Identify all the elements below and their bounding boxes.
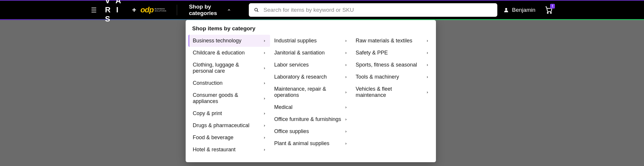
logo-odp-subtext: BUSINESS SOLUTIONS	[155, 8, 166, 12]
category-label: Tools & machinery	[356, 74, 399, 80]
category-tools-machinery[interactable]: Tools & machinery	[352, 71, 433, 83]
category-label: Copy & print	[193, 110, 222, 117]
category-business-technology[interactable]: Business technology	[189, 35, 270, 47]
header-bar: V A R I S + odp BUSINESS SOLUTIONS Shop …	[0, 1, 644, 19]
user-section: Benjamin !	[503, 6, 644, 14]
chevron-right-icon	[344, 62, 347, 68]
category-office-supplies[interactable]: Office supplies	[270, 125, 352, 137]
chevron-right-icon	[344, 140, 347, 147]
chevron-right-icon	[263, 147, 266, 153]
category-food-beverage[interactable]: Food & beverage	[189, 132, 270, 144]
chevron-right-icon	[263, 135, 266, 141]
category-sports-fitness-seasonal[interactable]: Sports, fitness & seasonal	[352, 59, 433, 71]
category-label: Construction	[193, 80, 223, 86]
category-clothing-luggage-personal-care[interactable]: Clothing, luggage & personal care	[189, 59, 270, 77]
svg-point-4	[550, 12, 551, 13]
mega-menu-title: Shop items by category	[186, 25, 436, 35]
category-labor-services[interactable]: Labor services	[270, 59, 352, 71]
category-industrial-supplies[interactable]: Industrial supplies	[270, 35, 352, 47]
mega-column-3: Raw materials & textiles Safety & PPE Sp…	[352, 35, 433, 156]
logo-odp: odp BUSINESS SOLUTIONS	[140, 5, 166, 14]
svg-point-3	[547, 12, 548, 13]
chevron-right-icon	[263, 80, 266, 86]
chevron-right-icon	[344, 89, 347, 95]
categories-mega-menu: Shop items by category Business technolo…	[186, 20, 436, 162]
search-wrapper	[249, 3, 497, 17]
category-vehicles-fleet-maintenance[interactable]: Vehicles & fleet maintenance	[352, 83, 433, 101]
category-childcare-education[interactable]: Childcare & education	[189, 47, 270, 59]
search-input[interactable]	[264, 7, 492, 13]
chevron-right-icon	[263, 50, 266, 56]
category-label: Raw materials & textiles	[356, 38, 412, 44]
category-label: Food & beverage	[193, 135, 233, 141]
chevron-up-icon	[227, 8, 231, 12]
category-label: Office furniture & furnishings	[274, 116, 341, 122]
shop-by-categories-button[interactable]: Shop by categories	[185, 4, 235, 16]
category-raw-materials-textiles[interactable]: Raw materials & textiles	[352, 35, 433, 47]
category-label: Childcare & education	[193, 50, 245, 56]
svg-line-1	[257, 11, 258, 12]
chevron-right-icon	[344, 38, 347, 44]
user-account-button[interactable]: Benjamin	[503, 7, 535, 13]
user-icon	[503, 7, 509, 13]
search-icon	[254, 8, 259, 12]
svg-point-2	[505, 8, 507, 10]
chevron-right-icon	[263, 65, 266, 71]
category-medical[interactable]: Medical	[270, 101, 352, 113]
search-bar[interactable]	[249, 3, 497, 17]
chevron-right-icon	[426, 74, 429, 80]
chevron-right-icon	[263, 122, 266, 129]
chevron-right-icon	[426, 62, 429, 68]
category-maintenance-repair-operations[interactable]: Maintenance, repair & operations	[270, 83, 352, 101]
category-laboratory-research[interactable]: Laboratory & research	[270, 71, 352, 83]
chevron-right-icon	[263, 95, 266, 102]
category-label: Office supplies	[274, 128, 309, 135]
category-drugs-pharmaceutical[interactable]: Drugs & pharmaceutical	[189, 119, 270, 132]
svg-point-0	[255, 8, 257, 11]
category-safety-ppe[interactable]: Safety & PPE	[352, 47, 433, 59]
mega-column-2: Industrial supplies Janitorial & santiat…	[270, 35, 352, 156]
category-hotel-restaurant[interactable]: Hotel & restaurant	[189, 144, 270, 156]
category-label: Medical	[274, 104, 292, 110]
category-label: Sports, fitness & seasonal	[356, 62, 417, 68]
category-label: Janitorial & santiation	[274, 50, 325, 56]
logo-group[interactable]: V A R I S + odp BUSINESS SOLUTIONS	[105, 0, 166, 24]
category-consumer-goods-appliances[interactable]: Consumer goods & appliances	[189, 89, 270, 107]
logo-varis: V A R I S	[105, 0, 128, 24]
chevron-right-icon	[426, 89, 429, 95]
category-construction[interactable]: Construction	[189, 77, 270, 89]
user-name-label: Benjamin	[512, 7, 535, 13]
category-label: Business technology	[193, 38, 241, 44]
chevron-right-icon	[426, 38, 429, 44]
category-label: Vehicles & fleet maintenance	[356, 86, 424, 98]
category-copy-print[interactable]: Copy & print	[189, 107, 270, 119]
logo-odp-text: odp	[140, 5, 154, 14]
category-label: Laboratory & research	[274, 74, 327, 80]
category-label: Clothing, luggage & personal care	[193, 62, 261, 74]
category-label: Drugs & pharmaceutical	[193, 122, 249, 129]
category-janitorial-sanitation[interactable]: Janitorial & santiation	[270, 47, 352, 59]
category-plant-animal-supplies[interactable]: Plant & animal supplies	[270, 137, 352, 150]
hamburger-menu-button[interactable]	[91, 8, 96, 12]
mega-menu-columns: Business technology Childcare & educatio…	[186, 35, 436, 156]
mega-column-1: Business technology Childcare & educatio…	[189, 35, 270, 156]
chevron-right-icon	[344, 116, 347, 122]
cart-button[interactable]: !	[545, 6, 553, 14]
category-label: Plant & animal supplies	[274, 140, 329, 147]
category-office-furniture-furnishings[interactable]: Office furniture & furnishings	[270, 113, 352, 125]
chevron-right-icon	[263, 38, 266, 44]
chevron-right-icon	[344, 50, 347, 56]
chevron-right-icon	[344, 74, 347, 80]
cart-badge: !	[550, 4, 555, 9]
logo-plus: +	[132, 6, 136, 14]
category-label: Hotel & restaurant	[193, 147, 236, 153]
category-label: Safety & PPE	[356, 50, 388, 56]
shop-by-categories-label: Shop by categories	[189, 4, 224, 16]
category-label: Labor services	[274, 62, 309, 68]
category-label: Industrial supplies	[274, 38, 317, 44]
vertical-divider	[177, 5, 177, 15]
chevron-right-icon	[344, 104, 347, 110]
category-label: Maintenance, repair & operations	[274, 86, 342, 98]
chevron-right-icon	[344, 128, 347, 135]
chevron-right-icon	[263, 110, 266, 117]
